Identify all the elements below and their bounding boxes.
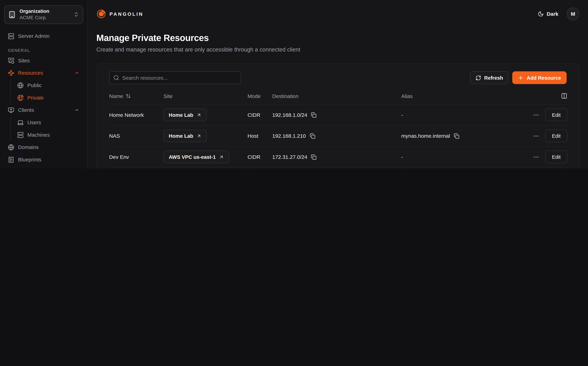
site-link-button[interactable]: Home Lab <box>163 130 207 142</box>
resources-table: Name Site Mode Destination Alias Home Ne… <box>109 88 567 168</box>
edit-button[interactable]: Edit <box>545 151 567 163</box>
column-header-destination: Destination <box>272 88 401 104</box>
pangolin-logo <box>96 9 106 19</box>
sidebar-item-label: Resources <box>18 70 43 75</box>
sidebar-item-sites[interactable]: Sites <box>4 54 83 67</box>
cell-mode: CIDR <box>248 104 272 125</box>
sidebar-item-blueprints[interactable]: Blueprints <box>4 153 83 166</box>
arrow-up-right-icon <box>197 113 201 117</box>
sidebar-item-label: Sites <box>18 58 30 63</box>
copy-icon[interactable] <box>311 154 317 160</box>
top-bar-right: Dark M <box>538 8 579 20</box>
cell-mode: Host <box>248 125 272 146</box>
edit-button[interactable]: Edit <box>545 130 567 142</box>
cell-name: Home Network <box>109 104 163 125</box>
site-link-button[interactable]: Home Lab <box>163 108 207 121</box>
chevrons-up-down-icon <box>74 12 79 17</box>
clients-subtree: Users Machines <box>11 116 83 141</box>
cell-destination: 192.168.1.210 <box>272 133 306 139</box>
sidebar-item-client-users[interactable]: Users <box>13 116 83 129</box>
copy-icon[interactable] <box>309 133 315 139</box>
columns-icon[interactable] <box>561 93 567 99</box>
table-row: Dev Env AWS VPC us-east-1 CIDR 172.31.27… <box>109 146 567 168</box>
cell-name: NAS <box>109 125 163 146</box>
table-header-row: Name Site Mode Destination Alias <box>109 88 567 104</box>
globe-icon <box>17 82 24 89</box>
org-switcher[interactable]: Organization ACME Corp. <box>4 5 83 24</box>
sidebar-item-public[interactable]: Public <box>13 79 83 92</box>
add-resource-label: Add Resource <box>527 75 561 81</box>
resources-card: Refresh Add Resource Name Site Mode Dest… <box>96 63 579 168</box>
cell-alias: - <box>401 146 506 168</box>
sidebar-item-label: Blueprints <box>18 157 41 162</box>
search-input[interactable] <box>109 71 241 84</box>
column-header-mode: Mode <box>248 88 272 104</box>
sidebar-item-machines[interactable]: Machines <box>13 129 83 141</box>
arrow-up-right-icon <box>197 133 201 138</box>
sidebar: Organization ACME Corp. Server Admin GEN… <box>0 0 88 168</box>
site-label: Home Lab <box>169 112 193 118</box>
row-menu-button[interactable] <box>533 112 539 118</box>
server-icon <box>17 131 24 138</box>
globe-lock-icon <box>17 94 24 101</box>
receipt-icon <box>8 156 14 163</box>
cell-name: Dev Env <box>109 146 163 168</box>
refresh-label: Refresh <box>484 75 503 81</box>
globe-icon <box>8 144 14 150</box>
table-toolbar: Refresh Add Resource <box>109 71 566 84</box>
search-icon <box>113 75 119 81</box>
sidebar-item-label: Server Admin <box>18 33 50 38</box>
sidebar-item-label: Clients <box>18 107 34 113</box>
theme-toggle[interactable]: Dark <box>538 11 559 17</box>
building-icon <box>8 11 16 18</box>
refresh-icon <box>476 75 481 81</box>
site-label: Home Lab <box>169 133 193 139</box>
theme-toggle-label: Dark <box>547 11 559 17</box>
section-general: GENERAL <box>4 48 83 52</box>
cell-destination: 172.31.27.0/24 <box>272 154 307 160</box>
plus-icon <box>518 75 524 81</box>
page-title: Manage Private Resources <box>96 33 579 43</box>
copy-icon[interactable] <box>311 112 317 118</box>
cell-mode: CIDR <box>248 146 272 168</box>
sidebar-item-server-admin[interactable]: Server Admin <box>4 30 83 42</box>
column-header-name: Name <box>109 93 123 99</box>
row-menu-button[interactable] <box>533 154 539 160</box>
edit-button[interactable]: Edit <box>545 108 567 121</box>
server-icon <box>8 33 14 39</box>
sort-icon[interactable] <box>126 93 131 99</box>
top-bar: PANGOLIN Dark M <box>96 0 579 28</box>
cell-name: RDS <box>109 168 163 168</box>
chevron-up-icon <box>74 70 79 75</box>
sidebar-item-private[interactable]: Private <box>13 92 83 104</box>
sidebar-item-domains[interactable]: Domains <box>4 141 83 153</box>
cell-alias: mynas.home.internal <box>401 133 450 139</box>
app: Organization ACME Corp. Server Admin GEN… <box>0 0 588 168</box>
waypoints-icon <box>8 70 14 76</box>
combine-icon <box>8 57 14 64</box>
brand-name: PANGOLIN <box>110 11 143 17</box>
table-row: Home Network Home Lab CIDR 192.168.1.0/2… <box>109 104 567 125</box>
site-link-button[interactable]: AWS VPC us-east-1 <box>163 151 229 163</box>
cell-destination: 192.168.1.0/24 <box>272 112 307 118</box>
org-switcher-value: ACME Corp. <box>20 15 70 21</box>
avatar[interactable]: M <box>566 8 579 20</box>
chevron-up-icon <box>74 107 79 113</box>
sidebar-item-clients[interactable]: Clients <box>4 104 83 116</box>
cell-alias: - <box>401 104 506 125</box>
refresh-button[interactable]: Refresh <box>470 71 509 84</box>
add-resource-button[interactable]: Add Resource <box>512 71 566 84</box>
brand[interactable]: PANGOLIN <box>96 9 143 19</box>
row-menu-button[interactable] <box>533 133 539 139</box>
column-header-site: Site <box>163 88 248 104</box>
table-row: RDS AWS VPC us-west-1 Host postgres.us-e… <box>109 168 567 168</box>
sidebar-item-resources[interactable]: Resources <box>4 67 83 79</box>
resources-subtree: Public Private <box>11 79 83 104</box>
sidebar-item-label: Users <box>28 120 41 125</box>
sidebar-item-label: Machines <box>28 132 50 137</box>
main-content: PANGOLIN Dark M Manage Private Resources… <box>88 0 588 168</box>
column-header-alias: Alias <box>401 88 506 104</box>
moon-icon <box>538 11 544 17</box>
cell-mode: Host <box>248 168 272 168</box>
copy-icon[interactable] <box>454 133 459 139</box>
